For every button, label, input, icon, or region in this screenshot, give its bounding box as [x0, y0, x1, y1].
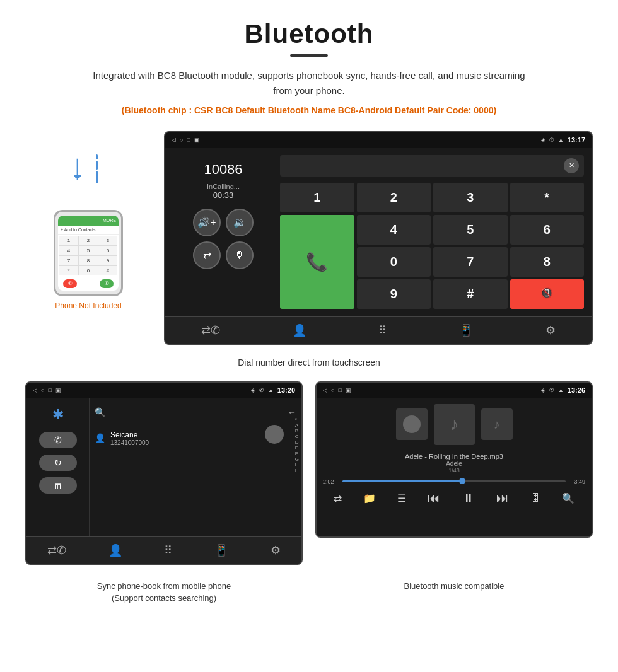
phone-key-7: 7 — [59, 256, 78, 265]
progress-bar[interactable] — [342, 480, 566, 482]
pb-avatar-circle — [265, 425, 284, 444]
pb-call-button[interactable]: ✆ — [39, 432, 77, 448]
mute-button[interactable]: 🎙 — [226, 241, 254, 269]
keypad-key-4[interactable]: 4 — [357, 215, 431, 245]
keypad-key-7[interactable]: 7 — [433, 247, 508, 277]
keypad-key-8[interactable]: 8 — [510, 247, 585, 277]
shuffle-icon[interactable]: ⇄ — [334, 492, 342, 504]
keypad-call-button[interactable]: 📞 — [280, 215, 354, 309]
pb-backspace-icon[interactable]: ← — [288, 407, 296, 417]
alpha-star: * — [295, 417, 299, 422]
music-note-main: ♪ — [450, 414, 458, 434]
location-icon: ◈ — [541, 137, 545, 143]
phone-keypad-mini: 1 2 3 4 5 6 7 8 9 * 0 # — [59, 236, 117, 275]
pb-screenshot-icon: ▣ — [55, 387, 61, 393]
pb-nav-dialpad[interactable]: ⠿ — [164, 543, 172, 557]
phone-end-button: ✆ — [63, 279, 77, 288]
alpha-d: D — [295, 439, 299, 445]
folder-icon[interactable]: 📁 — [363, 492, 376, 504]
pb-nav-contacts[interactable]: 👤 — [108, 543, 122, 557]
alpha-e: E — [295, 445, 299, 451]
keypad-key-1[interactable]: 1 — [280, 183, 354, 212]
volume-up-button[interactable]: 🔊+ — [193, 209, 221, 236]
album-circle-left — [403, 415, 421, 433]
recent-nav-icon: □ — [187, 137, 190, 143]
pb-nav-settings[interactable]: ⚙ — [271, 543, 281, 557]
microphone-icon: 🎙 — [235, 250, 245, 261]
next-track-button[interactable]: ⏭ — [496, 491, 509, 506]
main-album-art: ♪ — [434, 404, 475, 445]
phone-key-2: 2 — [79, 236, 98, 245]
keypad-key-0[interactable]: 0 — [357, 247, 431, 277]
music-caption: Bluetooth music compatible — [315, 580, 593, 605]
prev-track-button[interactable]: ⏮ — [428, 491, 440, 506]
transfer-button[interactable]: ⇄ — [193, 241, 221, 269]
phonebook-body: ✱ ✆ ↻ 🗑 🔍 — [26, 398, 301, 536]
statusbar-right: ◈ ✆ ▲ 13:17 — [541, 136, 585, 144]
alpha-c: C — [295, 434, 299, 439]
phone-key-3: 3 — [98, 236, 117, 245]
phone-mockup: MORE + Add to Contacts 1 2 3 4 5 6 7 8 9… — [54, 210, 123, 296]
pb-nav-sms[interactable]: 📱 — [214, 543, 228, 557]
back-nav-icon: ◁ — [172, 137, 176, 143]
music-controls: ⇄ 📁 ☰ ⏮ ⏸ ⏭ 🎛 🔍 — [323, 491, 585, 506]
phone-key-4: 4 — [59, 246, 78, 255]
music-call-icon: ✆ — [549, 387, 554, 393]
nav-sms[interactable]: 📱 — [459, 323, 473, 337]
pb-statusbar-right: ◈ ✆ ▲ 13:20 — [251, 386, 295, 394]
phone-add-contact-label: + Add to Contacts — [58, 226, 119, 235]
playlist-icon[interactable]: ☰ — [397, 492, 406, 504]
nav-dialpad[interactable]: ⠿ — [378, 323, 387, 337]
nav-phone-transfer[interactable]: ⇄✆ — [201, 323, 220, 337]
alpha-i: I — [295, 468, 299, 473]
pb-refresh-button[interactable]: ↻ — [39, 455, 77, 471]
phone-key-5: 5 — [79, 246, 98, 255]
track-name: Adele - Rolling In the Deep.mp3 — [323, 453, 585, 460]
dial-left-panel: 10086 InCalling... 00:33 🔊+ 🔉 ⇄ — [173, 155, 274, 309]
keypad-end-button[interactable]: 📵 — [510, 279, 585, 309]
main-content-row: ⭣ MORE + Add to Contacts 1 2 3 4 5 — [25, 131, 593, 345]
pb-wifi-icon: ▲ — [268, 387, 274, 393]
screenshot-icon: ▣ — [194, 137, 200, 143]
phonebook-navbar: ⇄✆ 👤 ⠿ 📱 ⚙ — [26, 536, 301, 564]
pb-call-icon: ✆ — [259, 387, 264, 393]
spec-text: (Bluetooth chip : CSR BC8 Default Blueto… — [25, 103, 593, 119]
nav-contacts[interactable]: 👤 — [293, 323, 306, 337]
keypad-key-6[interactable]: 6 — [510, 215, 585, 245]
pb-nav-phone[interactable]: ⇄✆ — [47, 543, 66, 557]
volume-down-icon: 🔉 — [233, 216, 246, 228]
keypad-key-hash[interactable]: # — [433, 279, 508, 309]
phone-key-hash: # — [98, 266, 117, 275]
phonebook-screen-block: ◁ ○ □ ▣ ◈ ✆ ▲ 13:20 ✱ — [25, 381, 303, 565]
progress-dot — [459, 478, 465, 484]
small-album-right: ♪ — [481, 408, 513, 440]
bluetooth-icon-area: ⭣ — [60, 150, 117, 200]
phonebook-sidebar: ✱ ✆ ↻ 🗑 — [26, 398, 90, 536]
keypad-key-9[interactable]: 9 — [357, 279, 431, 309]
phonebook-search-input[interactable] — [109, 405, 261, 419]
music-recent-icon: □ — [338, 387, 341, 393]
pb-home-icon: ○ — [41, 387, 44, 393]
keypad-key-2[interactable]: 2 — [357, 183, 431, 212]
dial-navbar: ⇄✆ 👤 ⠿ 📱 ⚙ — [165, 316, 592, 344]
music-screenshot-icon: ▣ — [346, 387, 351, 393]
dial-input-row: ✕ — [280, 155, 584, 177]
title-section: Bluetooth Integrated with BC8 Bluetooth … — [25, 19, 593, 119]
keypad-key-star[interactable]: * — [510, 183, 585, 212]
equalizer-icon[interactable]: 🎛 — [530, 492, 540, 504]
pb-delete-button[interactable]: 🗑 — [39, 477, 77, 494]
keypad-key-5[interactable]: 5 — [433, 215, 508, 245]
phone-screen: MORE + Add to Contacts 1 2 3 4 5 6 7 8 9… — [58, 216, 119, 291]
dial-delete-button[interactable]: ✕ — [564, 158, 579, 173]
phonebook-statusbar: ◁ ○ □ ▣ ◈ ✆ ▲ 13:20 — [26, 383, 301, 398]
music-screen-block: ◁ ○ □ ▣ ◈ ✆ ▲ 13:26 — [315, 381, 593, 565]
call-timer: 00:33 — [213, 190, 234, 200]
bottom-captions: Sync phone-book from mobile phone (Suppo… — [25, 575, 593, 605]
music-statusbar-right: ◈ ✆ ▲ 13:26 — [541, 386, 585, 394]
phone-key-1: 1 — [59, 236, 78, 245]
play-pause-button[interactable]: ⏸ — [462, 491, 475, 506]
search-music-icon[interactable]: 🔍 — [562, 492, 574, 504]
keypad-key-3[interactable]: 3 — [433, 183, 508, 212]
nav-settings[interactable]: ⚙ — [545, 323, 556, 337]
volume-down-button[interactable]: 🔉 — [226, 209, 254, 236]
